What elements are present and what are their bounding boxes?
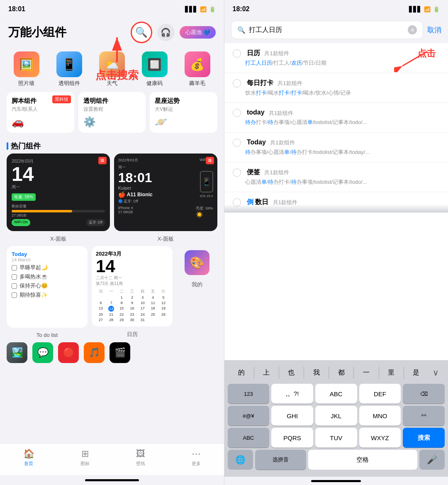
w1-battery: 电量: 58%	[12, 193, 36, 201]
kb-def[interactable]: DEF	[359, 384, 401, 404]
tab-bar: 🏠 首页 ⊞ 图标 🖼 壁纸 ⋯ 更多	[0, 443, 224, 475]
kb-space[interactable]: 空格	[308, 450, 417, 470]
todo-item-2: 保持开心😊	[12, 282, 83, 290]
app-item-photo[interactable]: 🖼️ 照片墙	[10, 51, 44, 87]
search-results: 日历 共1款组件 打工人日历/打工人/农历/节日/日期 点击	[224, 43, 448, 360]
kb-sug-7[interactable]: 是	[404, 367, 429, 379]
result-radio-0	[233, 49, 241, 58]
kb-symbols[interactable]: #@¥	[228, 406, 270, 426]
kb-mno[interactable]: MNO	[359, 406, 401, 426]
arrow-annotation: 点击搜索	[95, 33, 139, 83]
todo-check-0[interactable]	[12, 265, 17, 271]
right-panel: 18:02 ▋▋▋ 📶 🔋 🔍 打工人日历 ✕ 取消 日历 共1款组件 打工人日…	[224, 0, 448, 485]
headphone-button[interactable]: 🎧	[157, 24, 175, 41]
banner-transparent[interactable]: 透明组件 设置教程 ⚙️	[78, 92, 146, 133]
cal-lunar: 二月十二 周一	[96, 275, 168, 281]
wishpool-button[interactable]: 心愿池 💙	[180, 26, 216, 39]
w2-right-col: 📱 iOS 15.4	[200, 171, 213, 198]
result-item-5[interactable]: 倒 数日 共1款组件	[224, 192, 448, 213]
kb-123[interactable]: 123	[228, 384, 270, 404]
todo-text-0: 早睡早起🌙	[19, 264, 48, 271]
kb-abc[interactable]: ABC	[315, 384, 357, 404]
result-item-2[interactable]: today 共1款组件 待办打卡/待办事项/心愿清单/todolist/记事本/…	[224, 103, 448, 132]
todo-check-1[interactable]	[12, 274, 17, 280]
section-title-hot: 热门组件	[0, 138, 224, 154]
left-time: 18:01	[8, 5, 25, 13]
todo-item-0: 早睡早起🌙	[12, 264, 83, 271]
widget-card-2[interactable]: 爆 2022年03月 WiFi On 周一 18:01 Kuiper 🍎 A11…	[114, 154, 217, 231]
todo-item-3: 期待惊喜✨	[12, 291, 83, 299]
app-icon-wechat[interactable]: 💬	[32, 342, 53, 363]
kb-abc2[interactable]: ABC	[228, 428, 270, 448]
app-icon-weibo[interactable]: 🔴	[58, 342, 79, 363]
click-search-label: 点击搜索	[95, 68, 139, 83]
app-icon-netease[interactable]: 🎵	[84, 342, 105, 363]
kb-tuv[interactable]: TUV	[315, 428, 357, 448]
arrow-icon	[100, 33, 134, 66]
kb-wxyz[interactable]: WXYZ	[359, 428, 401, 448]
cancel-button[interactable]: 取消	[427, 25, 441, 35]
app-label-health: 健康码	[146, 80, 163, 87]
today-widget[interactable]: Today 14 March 早睡早起🌙 多喝热水☕ 保持开心😊 期待惊喜✨	[7, 246, 88, 328]
kb-punct[interactable]: ,。?!	[271, 384, 313, 404]
kb-sug-2[interactable]: 也	[279, 367, 304, 379]
search-input-text[interactable]: 打工人日历	[249, 26, 405, 34]
kb-delete[interactable]: ⌫	[403, 384, 445, 404]
result-item-0[interactable]: 日历 共1款组件 打工人日历/打工人/农历/节日/日期 点击	[224, 43, 448, 73]
kb-ghi[interactable]: GHI	[271, 406, 313, 426]
kb-sug-3[interactable]: 我	[304, 367, 329, 379]
widget-row-1: 爆 2022年03月 14 周一 电量: 58% 剩余容量 27.08GB Wi…	[0, 154, 224, 243]
kb-caps[interactable]: ^^	[403, 406, 445, 426]
app-icon-tiktok[interactable]: 🎬	[110, 342, 130, 363]
w2-bluetooth: 蓝牙: Off	[124, 199, 138, 203]
kb-sug-1[interactable]: 上	[254, 367, 279, 379]
phone-outline-icon: 📱	[200, 171, 213, 193]
search-input-wrap[interactable]: 🔍 打工人日历 ✕	[231, 21, 424, 39]
result-tags-1: 饮水打卡/喝水打卡/打卡/喝水/饮水/心情/记录	[233, 89, 440, 97]
app-item-transparent[interactable]: 📱 透明组件	[52, 51, 86, 87]
widget-badge-1: 爆	[98, 157, 107, 164]
result-item-3[interactable]: Today 共1款组件 待办事项/心愿清单/待办打卡/todolist/记事本/…	[224, 133, 448, 162]
todo-check-3[interactable]	[12, 292, 17, 298]
kb-globe-button[interactable]: 🌐	[228, 450, 253, 470]
result-count-3: 共1款组件	[270, 139, 295, 146]
tab-home[interactable]: 🏠 首页	[23, 448, 34, 467]
result-item-4[interactable]: 便签 共1款组件 心愿清单/待办打卡/待办事项/todolist/记事本/tod…	[224, 162, 448, 192]
heart-icon: 💙	[203, 29, 210, 36]
app-item-health[interactable]: 🔲 健康码	[138, 51, 172, 87]
photo-wall-icon: 🖼️	[14, 51, 39, 77]
banner-constellation[interactable]: 星座运势 大V解运 🪐	[150, 92, 217, 133]
kb-sug-4[interactable]: 都	[329, 367, 354, 379]
tab-more[interactable]: ⋯ 更多	[192, 448, 201, 467]
kb-mic-button[interactable]: 🎤	[419, 450, 445, 470]
right-wifi-icon: 📶	[424, 6, 431, 12]
result-title-5: 倒	[247, 198, 253, 205]
search-clear-button[interactable]: ✕	[408, 25, 417, 34]
kb-search-button[interactable]: 搜索	[403, 428, 445, 448]
result-item-1[interactable]: 每日打卡 共1款组件 饮水打卡/喝水打卡/打卡/喝水/饮水/心情/记录	[224, 73, 448, 103]
banner-script[interactable]: 黑科技 脚本组件 汽车/联系人 🚗	[7, 92, 74, 133]
w2-bt: 🔵	[118, 199, 123, 203]
kb-sug-6[interactable]: 里	[379, 367, 404, 379]
tab-icons[interactable]: ⊞ 图标	[80, 448, 90, 467]
widget-card-1[interactable]: 爆 2022年03月 14 周一 电量: 58% 剩余容量 27.08GB Wi…	[7, 154, 110, 231]
result-count-0: 共1款组件	[264, 50, 289, 56]
result-count-5: 共1款组件	[273, 199, 297, 205]
todo-check-2[interactable]	[12, 283, 17, 289]
kb-sug-0[interactable]: 的	[229, 367, 254, 379]
tab-wallpaper[interactable]: 🖼 壁纸	[136, 448, 145, 467]
app-icon-photo2[interactable]: 🏞️	[7, 342, 27, 363]
cal-widget[interactable]: 2022年3月 14 二月十二 周一 第73天 第11周 日 一 二 三 四 五…	[92, 246, 173, 327]
left-status-bar: 18:01 ▋▋▋ 📶 🔋	[0, 0, 224, 18]
kb-sug-5[interactable]: 一	[354, 367, 379, 379]
kb-jkl[interactable]: JKL	[315, 406, 357, 426]
kb-expand-icon[interactable]: ∨	[429, 366, 443, 379]
kb-pinyin[interactable]: 选拼音	[255, 450, 306, 470]
my-label: 我的	[192, 281, 202, 288]
kb-pqrs[interactable]: PQRS	[271, 428, 313, 448]
result-tags-2: 待办打卡/待办事项/心愿清单/todolist/记事本/todo/...	[233, 119, 440, 126]
click-text: 点击	[417, 47, 436, 60]
today-label: Today	[12, 251, 83, 257]
app-item-sheep[interactable]: 💰 薅羊毛	[180, 51, 214, 87]
cal-h3: 三	[127, 288, 137, 295]
